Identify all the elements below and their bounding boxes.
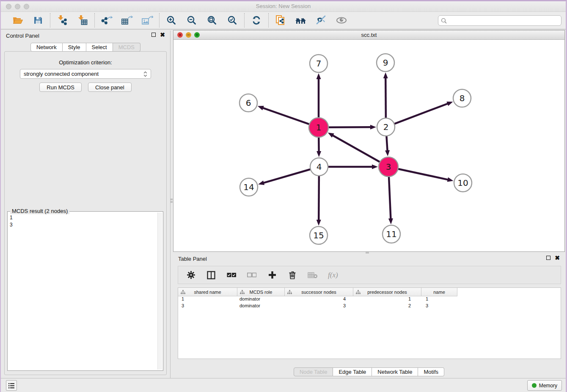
select-all-icon[interactable]: [226, 270, 237, 280]
graph-edge-3-10[interactable]: [397, 168, 449, 179]
column-type-icon: [356, 290, 361, 295]
graph-edge-4-15[interactable]: [319, 175, 319, 221]
column-header-MCDS-role[interactable]: MCDS role: [237, 288, 285, 296]
table-cell: 1: [178, 296, 237, 303]
table-cell: 1: [421, 296, 457, 303]
close-panel-button[interactable]: Close panel: [88, 83, 132, 92]
table-cell: 1: [353, 296, 421, 303]
apply-layout-icon[interactable]: [250, 14, 262, 26]
hide-glasses-icon[interactable]: [315, 14, 327, 26]
network-window-titlebar[interactable]: scc.txt: [173, 30, 564, 40]
column-type-icon: [287, 290, 292, 295]
column-header-name[interactable]: name: [421, 288, 457, 296]
show-eye-icon[interactable]: [336, 14, 347, 26]
result-scrollbar[interactable]: [157, 213, 162, 370]
graph-edge-3-11[interactable]: [389, 176, 391, 220]
selected-criterion: strongly connected component: [24, 71, 143, 77]
memory-status-dot: [532, 383, 537, 388]
mcds-result-title: MCDS result (2 nodes): [10, 208, 69, 214]
tab-mcds[interactable]: MCDS: [113, 43, 140, 52]
vertical-splitter-handle[interactable]: [171, 199, 173, 200]
table-row[interactable]: 1dominator411: [178, 296, 561, 303]
optimization-criterion-select[interactable]: strongly connected component: [20, 69, 151, 79]
graph-node-label: 3: [386, 162, 391, 172]
task-history-button[interactable]: [6, 380, 17, 391]
list-icon: [8, 383, 15, 389]
tab-motifs[interactable]: Motifs: [418, 367, 444, 376]
graph-edge-4-14[interactable]: [263, 169, 311, 183]
table-panel-title: Table Panel: [178, 256, 207, 262]
network-window-title: scc.txt: [173, 32, 564, 38]
close-panel-icon[interactable]: ✖: [160, 33, 165, 37]
import-table-icon[interactable]: [77, 14, 88, 26]
network-canvas-svg: 7968124314101511: [173, 40, 564, 251]
search-field[interactable]: [438, 15, 561, 26]
graph-edge-2-8[interactable]: [394, 103, 449, 124]
export-network-icon[interactable]: [101, 14, 113, 26]
float-table-panel-icon[interactable]: [546, 256, 550, 260]
clone-network-icon[interactable]: [275, 14, 286, 26]
zoom-out-icon[interactable]: [186, 14, 198, 26]
column-header-shared-name[interactable]: shared name: [178, 288, 237, 296]
add-column-icon[interactable]: [267, 270, 277, 280]
export-image-icon[interactable]: [141, 14, 153, 26]
memory-label: Memory: [539, 383, 557, 389]
edge-arrowhead: [385, 150, 390, 156]
delete-table-icon[interactable]: [308, 270, 318, 280]
column-header-predecessor-nodes[interactable]: predecessor nodes: [353, 288, 421, 296]
graph-node-label: 2: [383, 122, 389, 132]
network-view-window: scc.txt 7968124314101511: [173, 30, 565, 252]
table-header-row: shared nameMCDS rolesuccessor nodesprede…: [178, 288, 561, 296]
graph-node-label: 4: [317, 162, 322, 172]
export-table-icon[interactable]: [121, 14, 133, 26]
column-type-icon: [240, 290, 245, 295]
graph-edge-1-2[interactable]: [328, 127, 372, 127]
home-reset-icon[interactable]: [295, 14, 307, 26]
result-line: 3: [10, 221, 13, 229]
import-network-icon[interactable]: [56, 14, 68, 26]
save-session-icon[interactable]: [32, 14, 44, 26]
control-panel: Control Panel ✖ NetworkStyleSelectMCDS O…: [1, 30, 171, 378]
tab-network-table[interactable]: Network Table: [372, 367, 418, 376]
edge-arrowhead: [258, 180, 264, 185]
node-table[interactable]: shared nameMCDS rolesuccessor nodesprede…: [178, 287, 561, 359]
window-title: Session: New Session: [1, 3, 566, 9]
close-table-panel-icon[interactable]: ✖: [555, 256, 560, 260]
float-panel-icon[interactable]: [151, 33, 156, 37]
table-row[interactable]: 3dominator323: [178, 303, 561, 310]
graph-node-label: 14: [243, 182, 254, 192]
table-cell: 3: [285, 303, 353, 310]
column-layout-icon[interactable]: [206, 270, 216, 280]
graph-edge-3-1[interactable]: [332, 135, 380, 163]
graph-edge-1-6[interactable]: [262, 108, 310, 124]
vertical-splitter-handle[interactable]: [171, 201, 173, 203]
memory-button[interactable]: Memory: [527, 380, 562, 391]
column-header-successor-nodes[interactable]: successor nodes: [285, 288, 353, 296]
tab-style[interactable]: Style: [63, 43, 86, 52]
tab-select[interactable]: Select: [86, 43, 113, 52]
zoom-in-icon[interactable]: [165, 14, 177, 26]
table-panel-tabs: Node TableEdge TableNetwork TableMotifs: [173, 367, 565, 376]
function-builder-icon[interactable]: f(x): [328, 271, 338, 279]
control-panel-tabs: NetworkStyleSelectMCDS: [1, 43, 170, 52]
network-canvas[interactable]: 7968124314101511: [173, 40, 564, 251]
tab-network[interactable]: Network: [30, 43, 63, 52]
zoom-selected-icon[interactable]: [226, 14, 238, 26]
settings-gear-icon[interactable]: [186, 270, 196, 280]
graph-edge-2-3[interactable]: [386, 135, 387, 152]
open-file-icon[interactable]: [12, 14, 24, 26]
select-chevrons-icon: [143, 71, 147, 77]
delete-column-icon[interactable]: [287, 270, 297, 280]
control-panel-header: Control Panel ✖: [1, 30, 170, 41]
edge-arrowhead: [388, 218, 393, 224]
tab-node-table[interactable]: Node Table: [294, 367, 333, 376]
run-mcds-button[interactable]: Run MCDS: [39, 83, 82, 92]
tab-edge-table[interactable]: Edge Table: [333, 367, 372, 376]
search-input[interactable]: [449, 18, 559, 24]
mcds-tab-content: Optimization criterion: strongly connect…: [4, 51, 167, 375]
edge-arrowhead: [447, 177, 454, 182]
deselect-all-icon[interactable]: [247, 270, 257, 280]
graph-edge-2-9[interactable]: [385, 77, 386, 119]
zoom-fit-icon[interactable]: [206, 14, 218, 26]
search-icon: [441, 18, 447, 24]
